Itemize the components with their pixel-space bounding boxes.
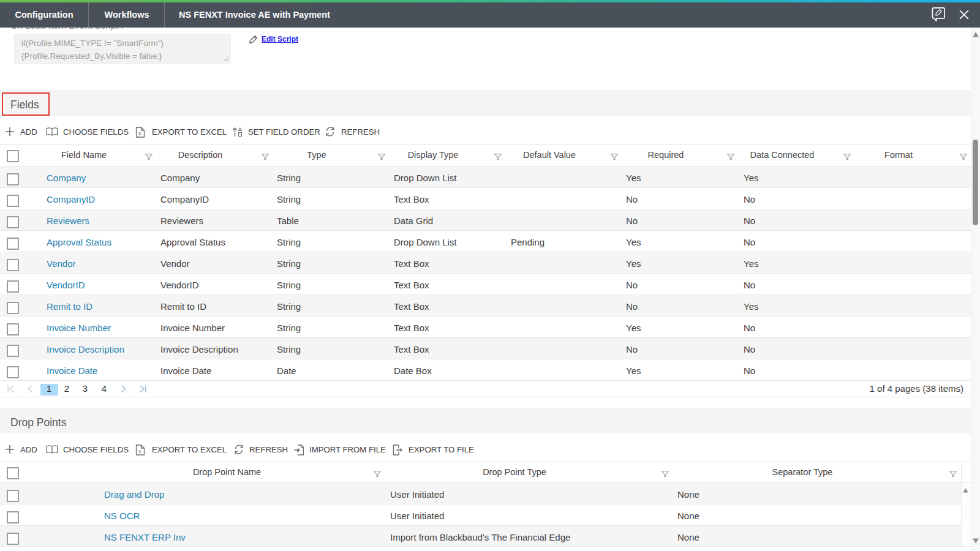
svg-text:x: x (138, 130, 141, 137)
svg-text:x: x (138, 448, 141, 454)
